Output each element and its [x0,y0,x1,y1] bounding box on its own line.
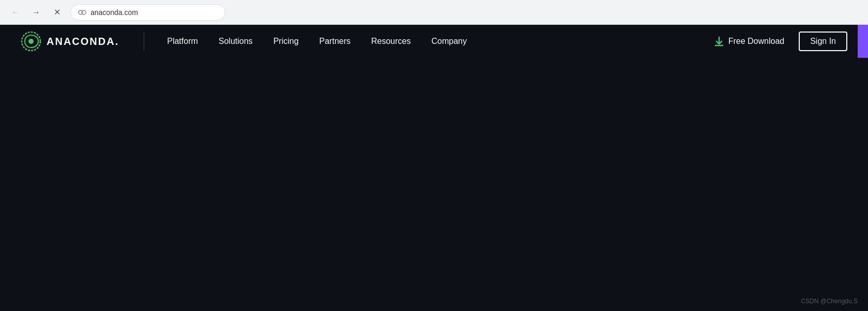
site-favicon [78,8,86,17]
close-icon: ✕ [54,7,60,17]
sign-in-button[interactable]: Sign In [799,32,847,51]
svg-point-1 [82,10,86,14]
navbar: ANACONDA. Platform Solutions Pricing Par… [0,25,868,58]
anaconda-logo-icon [21,31,41,52]
url-text: anaconda.com [90,8,138,17]
logo-link[interactable]: ANACONDA. [21,31,119,52]
main-content: CSDN @Chengdu.S [0,58,868,311]
download-icon [714,36,724,46]
svg-point-3 [28,39,34,44]
website: ANACONDA. Platform Solutions Pricing Par… [0,25,868,311]
close-button[interactable]: ✕ [50,5,64,20]
sign-in-label: Sign In [810,37,836,45]
forward-icon: → [32,8,40,17]
free-download-label: Free Download [728,37,785,46]
nav-item-solutions[interactable]: Solutions [208,33,263,50]
browser-chrome: ← → ✕ anaconda.com [0,0,868,25]
address-bar[interactable]: anaconda.com [70,4,225,21]
nav-links: Platform Solutions Pricing Partners Reso… [157,33,707,50]
navbar-actions: Free Download Sign In [708,32,847,51]
watermark-text: CSDN @Chengdu.S [801,298,858,305]
nav-item-partners[interactable]: Partners [309,33,361,50]
free-download-button[interactable]: Free Download [708,33,791,50]
nav-item-platform[interactable]: Platform [157,33,208,50]
nav-item-resources[interactable]: Resources [361,33,421,50]
back-icon: ← [11,8,20,17]
back-button[interactable]: ← [8,5,23,20]
nav-divider [144,32,144,51]
purple-edge-decoration [858,25,868,58]
forward-button[interactable]: → [29,5,43,20]
logo-text: ANACONDA. [47,36,119,48]
nav-item-pricing[interactable]: Pricing [263,33,309,50]
nav-item-company[interactable]: Company [421,33,477,50]
